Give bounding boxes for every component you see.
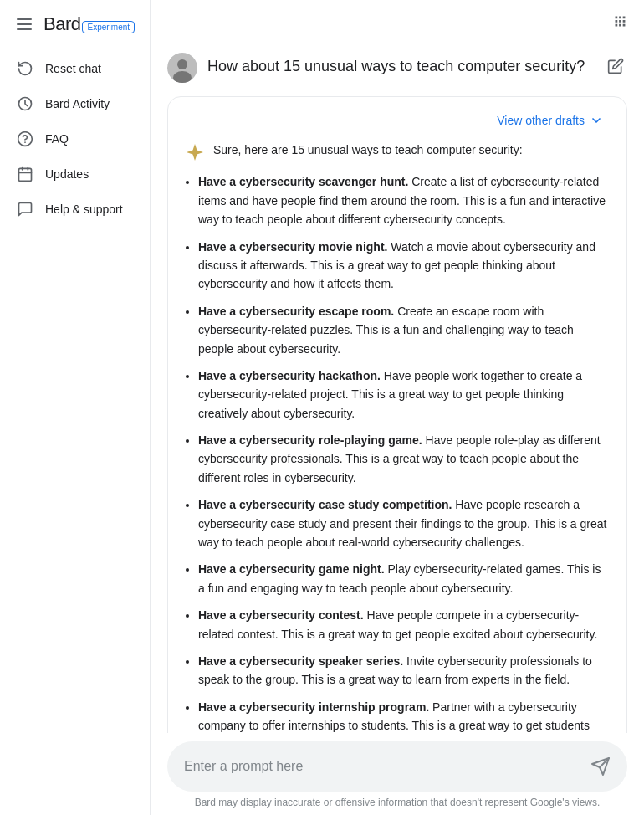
user-message-text: How about 15 unusual ways to teach compu… xyxy=(207,53,594,77)
app-logo: BardExperiment xyxy=(43,13,135,35)
svg-rect-3 xyxy=(19,168,32,181)
top-bar xyxy=(151,0,644,46)
faq-icon xyxy=(17,131,33,147)
list-item: Have a cybersecurity hackathon. Have peo… xyxy=(198,366,610,423)
response-card: View other drafts Sure, here are 15 unus… xyxy=(167,96,627,733)
user-message: How about 15 unusual ways to teach compu… xyxy=(167,46,627,90)
activity-icon xyxy=(17,95,33,112)
bard-star-icon xyxy=(185,142,205,162)
sidebar-item-reset-chat[interactable]: Reset chat xyxy=(7,52,143,85)
view-drafts-button[interactable]: View other drafts xyxy=(490,110,610,131)
input-area: Bard may display inaccurate or offensive… xyxy=(151,733,644,815)
help-icon xyxy=(17,201,33,218)
reset-icon xyxy=(17,60,33,77)
view-drafts-bar: View other drafts xyxy=(185,110,610,131)
prompt-input[interactable] xyxy=(184,759,580,774)
list-item: Have a cybersecurity contest. Have peopl… xyxy=(198,606,610,643)
sidebar-item-help-support[interactable]: Help & support xyxy=(7,192,143,226)
faq-label: FAQ xyxy=(45,132,69,146)
view-drafts-label: View other drafts xyxy=(497,114,585,127)
help-support-label: Help & support xyxy=(45,202,123,216)
experiment-badge: Experiment xyxy=(82,21,135,33)
sidebar-nav: Reset chat Bard Activity FAQ xyxy=(0,45,150,808)
google-apps-icon[interactable] xyxy=(607,8,632,38)
svg-point-8 xyxy=(177,59,187,69)
edit-icon[interactable] xyxy=(604,54,627,82)
disclaimer: Bard may display inaccurate or offensive… xyxy=(195,797,601,808)
updates-icon xyxy=(17,166,33,182)
list-item: Have a cybersecurity game night. Play cy… xyxy=(198,560,610,597)
main-content: How about 15 unusual ways to teach compu… xyxy=(151,0,644,815)
sidebar-item-bard-activity[interactable]: Bard Activity xyxy=(7,87,143,120)
bard-activity-label: Bard Activity xyxy=(45,97,110,110)
bard-response-header: Sure, here are 15 unusual ways to teach … xyxy=(185,141,610,166)
list-item: Have a cybersecurity scavenger hunt. Cre… xyxy=(198,172,610,228)
sidebar-header: BardExperiment xyxy=(0,7,150,45)
input-row xyxy=(167,741,627,792)
app-name: Bard xyxy=(43,13,80,34)
list-item: Have a cybersecurity movie night. Watch … xyxy=(198,238,610,294)
list-item: Have a cybersecurity role-playing game. … xyxy=(198,431,610,487)
response-list: Have a cybersecurity scavenger hunt. Cre… xyxy=(198,172,610,733)
sidebar: BardExperiment Reset chat Bard Activity xyxy=(0,0,151,815)
list-item: Have a cybersecurity speaker series. Inv… xyxy=(198,652,610,689)
list-item: Have a cybersecurity escape room. Create… xyxy=(198,302,610,358)
chat-area: How about 15 unusual ways to teach compu… xyxy=(151,46,644,733)
list-item: Have a cybersecurity internship program.… xyxy=(198,698,610,733)
updates-label: Updates xyxy=(45,167,89,181)
reset-chat-label: Reset chat xyxy=(45,62,101,75)
send-button[interactable] xyxy=(587,753,614,780)
user-avatar xyxy=(167,53,197,83)
sidebar-item-updates[interactable]: Updates xyxy=(7,157,143,191)
list-item: Have a cybersecurity case study competit… xyxy=(198,495,610,551)
response-intro: Sure, here are 15 unusual ways to teach … xyxy=(213,141,523,159)
sidebar-item-faq[interactable]: FAQ xyxy=(7,122,143,156)
hamburger-icon[interactable] xyxy=(13,15,35,33)
